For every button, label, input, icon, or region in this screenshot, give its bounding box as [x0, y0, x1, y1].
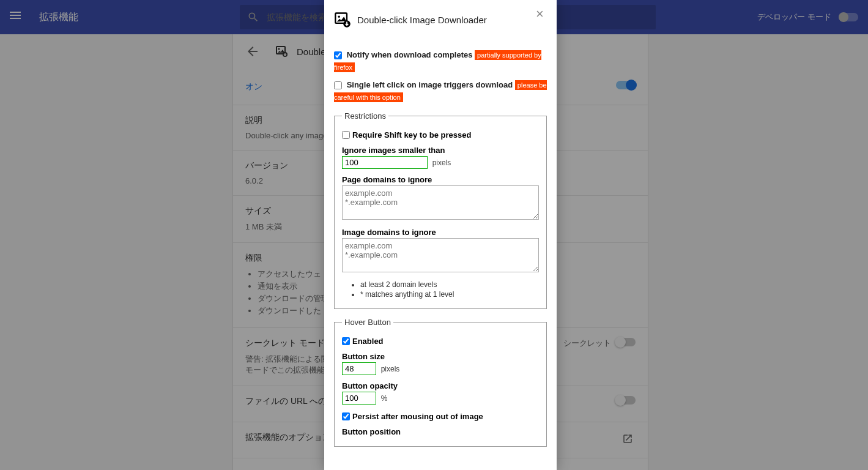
- ignore-smaller-label: Ignore images smaller than: [342, 146, 539, 155]
- single-click-option-row: Single left click on image triggers down…: [334, 79, 547, 103]
- single-click-checkbox[interactable]: [334, 81, 342, 89]
- button-opacity-unit: %: [381, 394, 388, 403]
- button-opacity-input[interactable]: [342, 392, 376, 405]
- button-size-unit: pixels: [381, 365, 400, 373]
- hover-enabled-row: Enabled: [342, 337, 539, 346]
- pixels-unit: pixels: [432, 159, 451, 167]
- domain-note: * matches anything at 1 level: [360, 290, 539, 299]
- page-domains-textarea[interactable]: [342, 185, 539, 220]
- hover-enabled-checkbox[interactable]: [342, 337, 350, 345]
- restrictions-fieldset: Restrictions Require Shift key to be pre…: [334, 111, 547, 309]
- notify-option-row: Notify when download completes partially…: [334, 49, 547, 73]
- image-domains-label: Image domains to ignore: [342, 228, 539, 237]
- button-opacity-label: Button opacity: [342, 381, 539, 390]
- modal-title: Double-click Image Downloader: [357, 15, 547, 25]
- modal-header: Double-click Image Downloader: [324, 0, 557, 33]
- hover-legend: Hover Button: [342, 318, 393, 327]
- persist-checkbox[interactable]: [342, 412, 350, 420]
- require-shift-row: Require Shift key to be pressed: [342, 130, 539, 140]
- domain-note: at least 2 domain levels: [360, 280, 539, 289]
- require-shift-checkbox[interactable]: [342, 131, 350, 139]
- domain-notes: at least 2 domain levels * matches anyth…: [342, 280, 539, 299]
- page-domains-label: Page domains to ignore: [342, 175, 539, 184]
- hover-enabled-label: Enabled: [352, 337, 384, 346]
- single-click-label: Single left click on image triggers down…: [347, 80, 513, 89]
- button-size-input[interactable]: [342, 362, 376, 375]
- notify-checkbox[interactable]: [334, 51, 342, 59]
- restrictions-legend: Restrictions: [342, 111, 388, 121]
- persist-label: Persist after mousing out of image: [352, 412, 483, 421]
- notify-label: Notify when download completes: [347, 50, 473, 59]
- modal-body: Notify when download completes partially…: [324, 33, 557, 465]
- svg-point-4: [338, 16, 340, 18]
- button-size-label: Button size: [342, 352, 539, 361]
- ignore-smaller-input[interactable]: [342, 156, 428, 169]
- modal-extension-icon: [334, 11, 351, 28]
- require-shift-label: Require Shift key to be pressed: [352, 130, 471, 140]
- options-modal: Double-click Image Downloader Notify whe…: [324, 0, 557, 470]
- hover-button-fieldset: Hover Button Enabled Button size pixels …: [334, 318, 547, 447]
- image-domains-textarea[interactable]: [342, 238, 539, 272]
- persist-row: Persist after mousing out of image: [342, 412, 539, 421]
- button-position-label: Button position: [342, 427, 539, 436]
- close-button[interactable]: [536, 10, 548, 22]
